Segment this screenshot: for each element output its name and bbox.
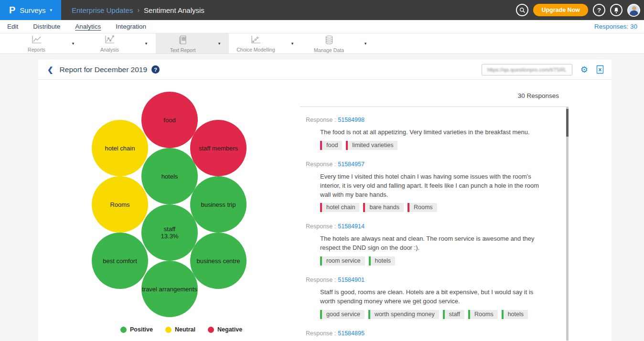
bubble-travel-arrangements[interactable]: travel arrangements xyxy=(141,261,198,317)
settings-button[interactable]: ⚙ xyxy=(580,65,588,74)
response-item: Response :51584901 Staff is good, rooms … xyxy=(306,277,549,319)
scrollbar-thumb[interactable] xyxy=(566,109,569,137)
legend-positive: Positive xyxy=(120,326,153,333)
choice-modelling-dropdown-caret[interactable]: ▾ xyxy=(283,33,302,53)
responses-count-link[interactable]: Responses: 30 xyxy=(594,23,637,30)
response-label: Response : xyxy=(306,161,336,168)
menu-item-edit[interactable]: Edit xyxy=(7,23,18,30)
response-id-link[interactable]: 51584998 xyxy=(338,117,365,123)
bubble-food[interactable]: food xyxy=(141,92,198,148)
top-bar: P Surveys ▾ Enterprise Updates › Sentime… xyxy=(0,0,644,20)
sentiment-tag: food xyxy=(320,141,342,150)
analytics-toolbar: Reports ▾ Analysis ▾ Text Report ▾ xyxy=(0,33,644,54)
responses-list: Response :51584998 The food is not at al… xyxy=(300,107,569,341)
title-help-button[interactable]: ? xyxy=(151,65,160,74)
share-url-value: https://qa.questionpro.com/t/7SRL xyxy=(487,67,567,73)
chart-legend: Positive Neutral Negative xyxy=(120,326,242,333)
legend-neutral: Neutral xyxy=(165,326,195,333)
response-text: The food is not at all appetizing. Very … xyxy=(320,128,549,137)
survey-menu-bar: Edit Distribute Analytics Integration Re… xyxy=(0,20,644,33)
breadcrumb: Enterprise Updates › Sentiment Analysis xyxy=(72,6,204,14)
response-text: The hotels are always neat and clean. Th… xyxy=(320,234,549,253)
bubble-hotels[interactable]: hotels xyxy=(141,148,198,204)
response-tags: good service worth spending money staff … xyxy=(320,310,549,319)
neutral-dot-icon xyxy=(165,327,172,333)
bubble-staff[interactable]: staff 13.3% xyxy=(141,204,198,261)
gear-icon: ⚙ xyxy=(580,65,588,75)
response-text: Every time I visited this hotel chain I … xyxy=(320,172,549,200)
response-id-link[interactable]: 51584895 xyxy=(338,330,365,337)
text-report-icon xyxy=(179,35,187,46)
response-item: Response :51584998 The food is not at al… xyxy=(306,117,549,150)
toolbar-group-text-report: Text Report ▾ xyxy=(156,33,229,53)
toolbar-group-reports: Reports ▾ xyxy=(10,33,83,53)
menu-item-analytics[interactable]: Analytics xyxy=(75,23,101,30)
responses-panel: 30 Responses Response :51584998 The food… xyxy=(300,80,569,341)
user-avatar[interactable] xyxy=(627,4,640,17)
help-button[interactable]: ? xyxy=(593,4,605,16)
report-card: ❮ Report for December 2019 ? https://qa.… xyxy=(38,60,612,341)
page-title: Report for December 2019 xyxy=(60,65,148,74)
surveys-menu[interactable]: P Surveys ▾ xyxy=(0,0,61,20)
line-chart-icon xyxy=(32,35,42,46)
menu-item-integration[interactable]: Integration xyxy=(116,23,146,30)
breadcrumb-separator-icon: › xyxy=(137,6,140,14)
sentiment-tag: room service xyxy=(320,256,365,266)
menu-item-distribute[interactable]: Distribute xyxy=(33,23,60,30)
response-tags: food limited varieties xyxy=(320,141,549,150)
toolbar-item-text-report[interactable]: Text Report xyxy=(156,33,210,53)
notifications-button[interactable] xyxy=(610,4,623,16)
avatar-head xyxy=(632,6,636,11)
scatter-chart-icon xyxy=(105,35,115,46)
response-item: Response :51584957 Every time I visited … xyxy=(306,161,549,213)
response-id-link[interactable]: 51584914 xyxy=(338,223,365,230)
database-icon xyxy=(325,35,333,46)
bubble-rooms[interactable]: Rooms xyxy=(92,176,148,233)
negative-dot-icon xyxy=(208,327,214,333)
breadcrumb-current: Sentiment Analysis xyxy=(144,6,204,14)
toolbar-item-choice-modelling[interactable]: Choice Modelling xyxy=(229,33,283,53)
reports-dropdown-caret[interactable]: ▾ xyxy=(64,33,83,53)
search-button[interactable] xyxy=(516,4,528,16)
back-button[interactable]: ❮ xyxy=(47,65,54,74)
response-id-link[interactable]: 51584957 xyxy=(338,161,365,168)
sentiment-tag: limited varieties xyxy=(346,141,397,150)
toolbar-group-analysis: Analysis ▾ xyxy=(83,33,156,53)
avatar-body xyxy=(630,11,638,16)
sentiment-tag: hotels xyxy=(502,310,528,319)
export-excel-button[interactable] xyxy=(596,65,604,74)
questionpro-logo-icon: P xyxy=(9,5,15,16)
breadcrumb-parent[interactable]: Enterprise Updates xyxy=(72,6,133,14)
sentiment-tag: staff xyxy=(443,310,464,319)
response-id-link[interactable]: 51584901 xyxy=(338,277,365,283)
legend-negative: Negative xyxy=(208,326,242,333)
toolbar-group-manage-data: Manage Data ▾ xyxy=(302,33,375,53)
bubble-hotel-chain[interactable]: hotel chain xyxy=(92,120,148,176)
responses-scrollbar[interactable] xyxy=(566,107,569,341)
report-header: ❮ Report for December 2019 ? https://qa.… xyxy=(38,60,612,80)
toolbar-item-manage-data[interactable]: Manage Data xyxy=(302,33,356,53)
bubble-business-trip[interactable]: business trip xyxy=(190,176,247,233)
report-header-actions: https://qa.questionpro.com/t/7SRL ⚙ xyxy=(482,64,604,75)
positive-dot-icon xyxy=(120,327,127,333)
bubble-staff-percentage: 13.3% xyxy=(161,233,179,240)
excel-export-icon xyxy=(596,65,604,74)
toolbar-item-reports[interactable]: Reports xyxy=(10,33,64,53)
upgrade-now-button[interactable]: Upgrade Now xyxy=(533,4,588,16)
response-tags: hotel chain bare hands Rooms xyxy=(320,203,549,212)
share-url-input[interactable]: https://qa.questionpro.com/t/7SRL xyxy=(482,64,572,75)
bubble-best-comfort[interactable]: best comfort xyxy=(92,233,148,289)
bubble-business-centre[interactable]: business centre xyxy=(190,233,247,289)
toolbar-item-analysis[interactable]: Analysis xyxy=(83,33,137,53)
response-label: Response : xyxy=(306,277,336,283)
sentiment-tag: good service xyxy=(320,310,365,319)
app-window: P Surveys ▾ Enterprise Updates › Sentime… xyxy=(0,0,644,341)
response-item: Response :51584914 The hotels are always… xyxy=(306,223,549,266)
bubble-staff-members[interactable]: staff members xyxy=(190,120,247,176)
manage-data-dropdown-caret[interactable]: ▾ xyxy=(356,33,375,53)
text-report-dropdown-caret[interactable]: ▾ xyxy=(210,33,229,53)
response-text: Staff is good, rooms are clean. Hotels a… xyxy=(320,288,549,306)
analysis-dropdown-caret[interactable]: ▾ xyxy=(137,33,156,53)
choice-modelling-icon xyxy=(251,35,261,46)
sentiment-tag: Rooms xyxy=(468,310,498,319)
